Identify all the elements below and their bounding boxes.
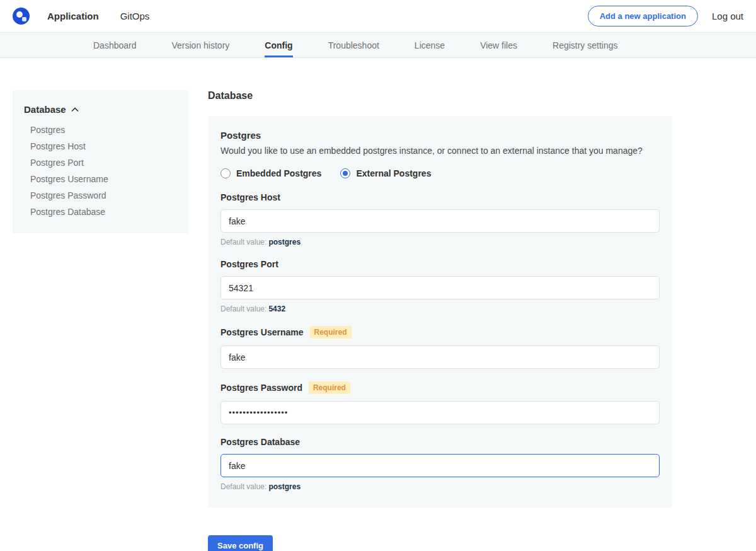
default-prefix: Default value: [220,304,266,313]
default-value: 5432 [268,304,285,313]
postgres-mode-radio-group: Embedded Postgres External Postgres [220,168,660,178]
field-label: Postgres Username [220,327,304,337]
field-postgres-password: Postgres Password Required [220,381,660,424]
default-value: postgres [268,238,301,246]
postgres-host-input[interactable] [220,209,660,233]
top-navigation: Application GitOps [47,0,149,32]
required-badge: Required [309,381,350,394]
postgres-database-input[interactable] [220,454,660,477]
postgres-password-input[interactable] [220,401,660,424]
field-label: Postgres Password [220,383,302,393]
subnav-tab-registry-settings[interactable]: Registry settings [553,33,617,57]
radio-label: Embedded Postgres [236,168,321,178]
subnav-tab-version-history[interactable]: Version history [172,33,230,57]
add-application-button[interactable]: Add a new application [588,6,698,26]
field-default-help: Default value:postgres [220,238,660,246]
radio-external-postgres[interactable]: External Postgres [340,168,431,178]
save-config-button[interactable]: Save config [208,535,273,551]
chevron-up-icon [71,107,79,112]
subnav-tab-dashboard[interactable]: Dashboard [93,33,137,57]
app-subnav: Dashboard Version history Config Trouble… [0,33,756,58]
sidebar-item-postgres-password[interactable]: Postgres Password [24,184,178,200]
tab-application[interactable]: Application [47,0,99,32]
default-value: postgres [268,482,301,491]
default-prefix: Default value: [220,238,266,246]
subnav-tab-license[interactable]: License [415,33,445,57]
tab-gitops[interactable]: GitOps [120,0,150,32]
group-description: Would you like to use an embedded postgr… [220,146,660,156]
config-group-card: Postgres Would you like to use an embedd… [208,116,672,508]
required-badge: Required [310,326,352,339]
sidebar-item-list: Postgres Postgres Host Postgres Port Pos… [24,119,178,217]
sidebar-item-postgres-database[interactable]: Postgres Database [24,200,178,217]
field-default-help: Default value:postgres [220,482,660,491]
radio-checked-icon [340,168,350,178]
postgres-username-input[interactable] [220,345,660,369]
field-label: Postgres Database [220,437,300,447]
radio-label: External Postgres [356,168,431,178]
field-postgres-port: Postgres Port Default value:5432 [220,259,660,313]
subnav-tab-troubleshoot[interactable]: Troubleshoot [328,33,379,57]
topbar: Application GitOps Add a new application… [0,0,756,33]
default-prefix: Default value: [220,482,266,491]
postgres-port-input[interactable] [220,276,660,299]
radio-embedded-postgres[interactable]: Embedded Postgres [220,168,321,178]
content-area: Database Postgres Postgres Host Postgres… [0,58,756,551]
sidebar-item-postgres-port[interactable]: Postgres Port [24,151,178,168]
app-logo-icon[interactable] [13,8,30,25]
field-postgres-database: Postgres Database Default value:postgres [220,437,660,491]
field-label: Postgres Host [220,192,280,202]
logout-link[interactable]: Log out [712,11,743,21]
topbar-right: Add a new application Log out [588,6,743,26]
sidebar-group-label: Database [24,104,66,115]
field-default-help: Default value:5432 [220,304,660,313]
subnav-tab-view-files[interactable]: View files [480,33,517,57]
field-postgres-host: Postgres Host Default value:postgres [220,192,660,246]
config-main: Database Postgres Would you like to use … [208,90,672,551]
sidebar-item-postgres-host[interactable]: Postgres Host [24,135,178,151]
subnav-tab-config[interactable]: Config [265,33,292,57]
section-title: Database [208,90,672,102]
config-sidebar: Database Postgres Postgres Host Postgres… [13,90,188,233]
field-postgres-username: Postgres Username Required [220,326,660,369]
sidebar-group-database[interactable]: Database [24,104,178,115]
field-label: Postgres Port [220,259,278,269]
radio-unchecked-icon [220,168,231,178]
sidebar-item-postgres-username[interactable]: Postgres Username [24,168,178,184]
group-title: Postgres [220,130,660,141]
sidebar-item-postgres[interactable]: Postgres [24,119,178,135]
